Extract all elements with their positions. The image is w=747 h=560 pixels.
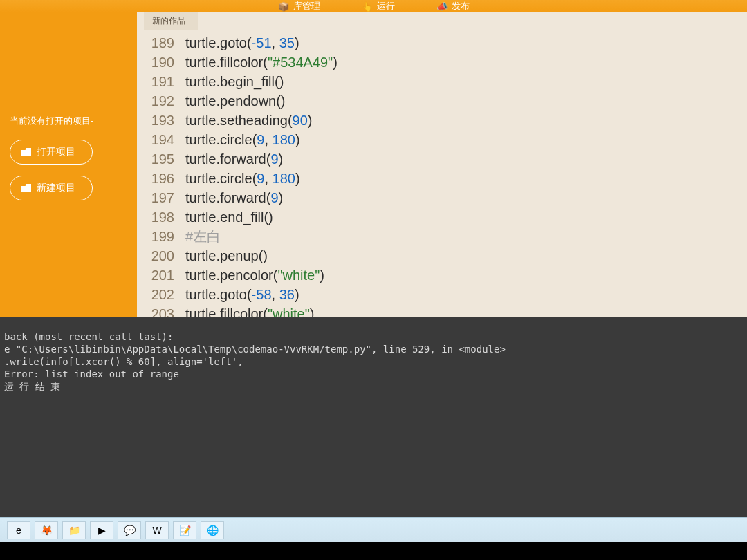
code-text[interactable]: turtle.pendown() xyxy=(185,91,286,111)
code-line[interactable]: 190turtle.fillcolor("#534A49") xyxy=(137,53,747,72)
line-number: 190 xyxy=(137,53,185,72)
code-text[interactable]: turtle.pencolor("white") xyxy=(185,265,324,285)
code-line[interactable]: 200turtle.penup() xyxy=(137,246,747,265)
code-line[interactable]: 195turtle.forward(9) xyxy=(137,149,747,169)
taskbar-app[interactable]: W xyxy=(145,521,169,539)
code-text[interactable]: turtle.fillcolor("white") xyxy=(185,304,314,317)
code-line[interactable]: 199#左白 xyxy=(137,227,747,246)
bottom-bezel xyxy=(0,542,747,560)
code-text[interactable]: turtle.penup() xyxy=(185,246,268,265)
output-console[interactable]: back (most recent call last): e "C:\User… xyxy=(0,317,747,524)
line-number: 189 xyxy=(137,33,185,53)
line-number: 192 xyxy=(137,91,185,111)
code-text[interactable]: turtle.fillcolor("#534A49") xyxy=(185,53,338,72)
code-line[interactable]: 198turtle.end_fill() xyxy=(137,207,747,227)
line-number: 193 xyxy=(137,111,185,130)
line-number: 201 xyxy=(137,265,185,285)
line-number: 200 xyxy=(137,246,185,265)
toolbar-lib[interactable]: 📦库管理 xyxy=(278,0,320,12)
line-number: 202 xyxy=(137,285,185,304)
new-project-button[interactable]: 新建项目 xyxy=(10,176,93,200)
code-line[interactable]: 196turtle.circle(9, 180) xyxy=(137,169,747,188)
code-text[interactable]: turtle.begin_fill() xyxy=(185,72,284,91)
open-project-button[interactable]: 打开项目 xyxy=(10,140,93,165)
toolbar-run[interactable]: 👆运行 xyxy=(362,0,395,12)
taskbar-app[interactable]: ▶ xyxy=(90,521,113,539)
line-number: 194 xyxy=(137,130,185,149)
code-text[interactable]: turtle.setheading(90) xyxy=(185,111,312,130)
code-text[interactable]: turtle.circle(9, 180) xyxy=(185,169,300,188)
code-line[interactable]: 201turtle.pencolor("white") xyxy=(137,265,747,285)
taskbar-app[interactable]: 🦊 xyxy=(35,521,58,539)
code-line[interactable]: 194turtle.circle(9, 180) xyxy=(137,130,747,149)
code-text[interactable]: turtle.goto(-51, 35) xyxy=(185,33,299,53)
code-line[interactable]: 203turtle.fillcolor("white") xyxy=(137,304,747,317)
code-line[interactable]: 197turtle.forward(9) xyxy=(137,188,747,207)
code-text[interactable]: turtle.circle(9, 180) xyxy=(185,130,300,149)
code-line[interactable]: 192turtle.pendown() xyxy=(137,91,747,111)
code-area[interactable]: 189turtle.goto(-51, 35)190turtle.fillcol… xyxy=(137,33,747,317)
line-number: 198 xyxy=(137,207,185,227)
open-project-label: 打开项目 xyxy=(37,146,75,158)
line-number: 195 xyxy=(137,149,185,169)
file-tab[interactable]: 新的作品 xyxy=(144,12,198,30)
line-number: 199 xyxy=(137,227,185,246)
folder-icon xyxy=(21,184,31,192)
code-text[interactable]: turtle.forward(9) xyxy=(185,149,283,169)
line-number: 196 xyxy=(137,169,185,188)
no-project-hint: 当前没有打开的项目- xyxy=(10,115,127,127)
taskbar-app[interactable]: 🌐 xyxy=(201,521,224,539)
folder-icon xyxy=(21,148,31,156)
line-number: 191 xyxy=(137,72,185,91)
project-sidebar: 当前没有打开的项目- 打开项目 新建项目 xyxy=(0,12,137,317)
taskbar-app[interactable]: e xyxy=(7,521,30,539)
taskbar-app[interactable]: 📁 xyxy=(62,521,86,539)
code-line[interactable]: 191turtle.begin_fill() xyxy=(137,72,747,91)
new-project-label: 新建项目 xyxy=(37,182,75,194)
code-text[interactable]: turtle.forward(9) xyxy=(185,188,283,207)
top-toolbar: 📦库管理 👆运行 📣发布 xyxy=(0,0,747,12)
code-line[interactable]: 202turtle.goto(-58, 36) xyxy=(137,285,747,304)
line-number: 197 xyxy=(137,188,185,207)
taskbar-app[interactable]: 💬 xyxy=(118,521,141,539)
taskbar-app[interactable]: 📝 xyxy=(173,521,196,539)
code-editor[interactable]: 新的作品 189turtle.goto(-51, 35)190turtle.fi… xyxy=(137,12,747,317)
code-line[interactable]: 193turtle.setheading(90) xyxy=(137,111,747,130)
toolbar-publish[interactable]: 📣发布 xyxy=(436,0,470,12)
line-number: 203 xyxy=(137,304,185,317)
code-text[interactable]: turtle.goto(-58, 36) xyxy=(185,285,299,304)
code-text[interactable]: #左白 xyxy=(185,227,221,246)
code-text[interactable]: turtle.end_fill() xyxy=(185,207,273,227)
code-line[interactable]: 189turtle.goto(-51, 35) xyxy=(137,33,747,53)
windows-taskbar: e 🦊 📁 ▶ 💬 W 📝 🌐 xyxy=(0,517,747,542)
